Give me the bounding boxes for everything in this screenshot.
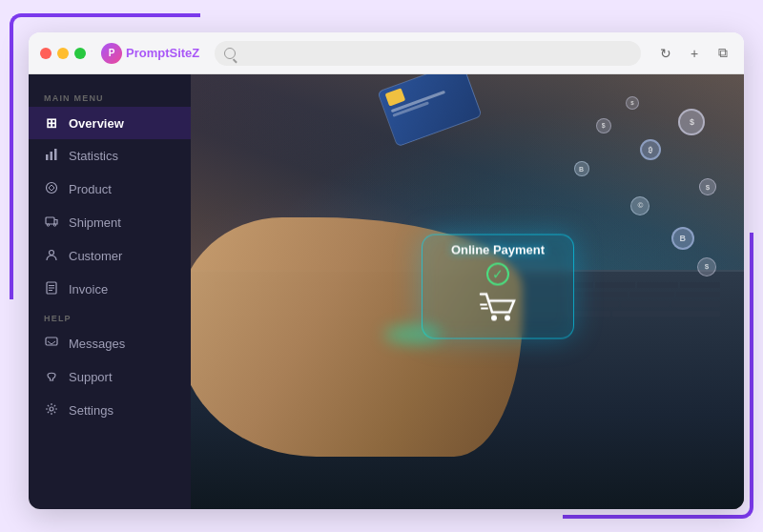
coin-7: $ <box>626 96 639 110</box>
browser-body: MAIN MENU ⊞ Overview Statistics <box>29 74 744 509</box>
customer-icon <box>44 248 59 264</box>
svg-point-15 <box>505 315 510 320</box>
overview-label: Overview <box>69 116 124 131</box>
sidebar-item-statistics[interactable]: Statistics <box>29 139 191 173</box>
svg-rect-4 <box>46 217 54 224</box>
content-area: Online Payment ✓ <box>191 74 744 509</box>
search-icon <box>224 48 236 59</box>
outer-wrapper: P PromptSiteZ ↻ + ⧉ MAIN MENU ⊞ <box>10 13 753 519</box>
refresh-button[interactable]: ↻ <box>656 44 675 63</box>
invoice-label: Invoice <box>69 282 108 297</box>
browser-logo: P PromptSiteZ <box>101 43 199 64</box>
hero-image: Online Payment ✓ <box>191 74 744 509</box>
statistics-icon <box>44 148 59 164</box>
shipment-icon <box>44 215 59 231</box>
overview-icon: ⊞ <box>44 115 59 131</box>
close-button[interactable] <box>40 48 52 59</box>
logo-text: PromptSiteZ <box>126 46 199 60</box>
statistics-label: Statistics <box>69 149 118 163</box>
cart-icon <box>479 291 517 331</box>
minimize-button[interactable] <box>57 48 69 59</box>
svg-point-13 <box>50 407 53 411</box>
sidebar-item-support[interactable]: Support <box>29 360 191 394</box>
settings-label: Settings <box>69 403 113 418</box>
main-menu-label: MAIN MENU <box>29 86 191 107</box>
logo-letter: P <box>109 48 115 58</box>
maximize-button[interactable] <box>74 48 86 59</box>
sidebar-item-shipment[interactable]: Shipment <box>29 206 191 239</box>
coin-4: © <box>630 196 650 215</box>
svg-point-14 <box>491 315 497 320</box>
svg-point-7 <box>50 251 54 256</box>
customer-label: Customer <box>69 249 122 263</box>
sidebar-item-product[interactable]: Product <box>29 173 191 206</box>
payment-card: Online Payment ✓ <box>422 235 574 339</box>
sidebar-item-customer[interactable]: Customer <box>29 239 191 273</box>
svg-point-5 <box>47 224 49 226</box>
svg-point-3 <box>47 183 57 194</box>
sidebar-item-settings[interactable]: Settings <box>29 394 191 427</box>
coin-5: $ <box>596 118 611 133</box>
payment-check-icon: ✓ <box>486 262 509 285</box>
product-icon <box>44 181 59 197</box>
support-label: Support <box>69 370 113 384</box>
svg-point-6 <box>53 224 55 226</box>
address-bar[interactable] <box>215 41 641 66</box>
glow-effect <box>384 325 442 344</box>
toolbar-actions: ↻ + ⧉ <box>656 44 732 63</box>
traffic-lights <box>40 48 86 59</box>
messages-label: Messages <box>69 337 125 351</box>
svg-rect-1 <box>51 152 53 160</box>
messages-icon <box>44 336 59 352</box>
logo-icon: P <box>101 43 122 64</box>
sidebar: MAIN MENU ⊞ Overview Statistics <box>29 74 191 509</box>
payment-card-title: Online Payment <box>451 242 545 256</box>
sidebar-item-messages[interactable]: Messages <box>29 327 191 360</box>
product-label: Product <box>69 182 112 196</box>
coin-9: $ <box>697 257 716 276</box>
sidebar-item-invoice[interactable]: Invoice <box>29 273 191 306</box>
svg-rect-2 <box>54 149 57 160</box>
coin-8: B <box>574 161 589 176</box>
browser-window: P PromptSiteZ ↻ + ⧉ MAIN MENU ⊞ <box>29 32 744 509</box>
invoice-icon <box>44 281 59 297</box>
svg-rect-0 <box>46 154 49 160</box>
scene: Online Payment ✓ <box>191 74 744 509</box>
browser-toolbar: P PromptSiteZ ↻ + ⧉ <box>29 32 744 74</box>
add-tab-button[interactable]: + <box>685 44 704 63</box>
support-icon <box>44 369 59 385</box>
coin-6: B <box>671 227 694 250</box>
settings-icon <box>44 402 59 419</box>
windows-button[interactable]: ⧉ <box>713 44 732 63</box>
shipment-label: Shipment <box>69 215 121 230</box>
help-label: HELP <box>29 306 191 327</box>
sidebar-item-overview[interactable]: ⊞ Overview <box>29 107 191 139</box>
